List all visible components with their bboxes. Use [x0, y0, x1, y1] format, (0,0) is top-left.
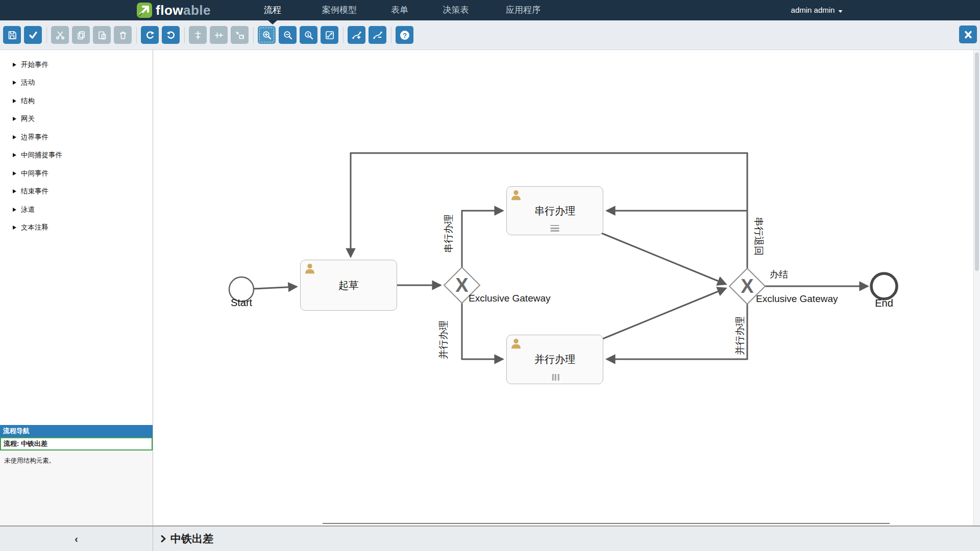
edge-label-parallel-return: 并行办理 — [733, 316, 747, 355]
edge-gateway1-to-parallel[interactable] — [462, 303, 503, 359]
same-size-button[interactable] — [231, 26, 249, 44]
scrollbar-thumb[interactable] — [975, 53, 979, 271]
end-event-label: End — [869, 297, 899, 309]
edge-gateway2-return-to-parallel[interactable] — [607, 304, 747, 359]
task-serial[interactable]: 串行办理 — [506, 186, 603, 235]
undo-button[interactable] — [162, 26, 180, 44]
zoom-actual-button[interactable]: 1 — [300, 26, 317, 44]
toolbar-separator — [184, 27, 185, 43]
align-horizontal-button[interactable] — [210, 26, 228, 44]
palette-group-text-annotation[interactable]: 文本注释 — [0, 219, 153, 237]
palette-group-structural[interactable]: 结构 — [0, 92, 153, 110]
bendpoint-remove-icon — [373, 30, 383, 40]
flowable-logo[interactable]: flowable — [137, 2, 211, 18]
chevron-right-icon — [13, 171, 16, 176]
close-x-icon — [963, 30, 973, 40]
palette-group-swimlanes[interactable]: 泳道 — [0, 201, 153, 219]
palette-sidebar: 开始事件 活动 结构 网关 边界事件 中间捕捉事件 中间事件 结束事件 泳道 文… — [0, 50, 153, 525]
nav-tab-decision-tables[interactable]: 决策表 — [443, 0, 469, 20]
brand-text: flowable — [156, 3, 211, 18]
nav-tab-case-models[interactable]: 案例模型 — [322, 0, 357, 20]
footer-chevron-icon[interactable] — [160, 534, 166, 543]
toolbar-separator — [136, 27, 137, 43]
copy-icon — [76, 30, 86, 40]
palette-group-label: 泳道 — [21, 205, 35, 214]
edge-serial-to-gateway2[interactable] — [600, 233, 726, 284]
zoom-out-button[interactable] — [279, 26, 297, 44]
edge-label-finish: 办结 — [770, 268, 788, 281]
copy-button[interactable] — [72, 26, 90, 44]
palette-group-gateways[interactable]: 网关 — [0, 110, 153, 129]
process-navigator-panel: 流程导航 流程: 中铁出差 未使用结构元素。 — [0, 425, 153, 525]
zoom-fit-button[interactable] — [321, 26, 338, 44]
zoom-in-icon — [262, 30, 272, 40]
delete-button[interactable] — [114, 26, 132, 44]
task-draft[interactable]: 起草 — [300, 260, 397, 311]
palette-group-intermediate-catching-events[interactable]: 中间捕捉事件 — [0, 146, 153, 165]
top-navbar: flowable 流程 案例模型 表单 决策表 应用程序 admin admin — [0, 0, 980, 20]
footer-process-title-area: 中铁出差 — [154, 527, 980, 551]
edge-parallel-to-gateway2[interactable] — [600, 288, 726, 340]
close-editor-button[interactable] — [959, 26, 977, 43]
palette-group-label: 结束事件 — [21, 187, 48, 196]
palette-group-activities[interactable]: 活动 — [0, 74, 153, 92]
remove-bendpoint-button[interactable] — [369, 26, 386, 44]
palette-group-label: 中间事件 — [21, 169, 48, 178]
active-tab-notch — [268, 20, 277, 24]
help-icon: ? — [399, 30, 410, 41]
edge-start-to-draft[interactable] — [254, 287, 297, 289]
save-button[interactable] — [3, 26, 21, 44]
palette-group-label: 活动 — [21, 78, 35, 87]
align-horizontal-icon — [214, 30, 224, 40]
gateway2-x-symbol[interactable]: X — [737, 274, 757, 298]
help-button[interactable]: ? — [396, 26, 413, 44]
navigator-header: 流程导航 — [0, 425, 153, 437]
edge-label-to-serial: 串行办理 — [442, 214, 455, 253]
user-menu[interactable]: admin admin — [791, 0, 843, 20]
brand-flow: flow — [156, 3, 183, 18]
diagram-shapes-layer — [153, 50, 980, 525]
align-vertical-button[interactable] — [189, 26, 207, 44]
add-bendpoint-button[interactable] — [348, 26, 365, 44]
redo-arrow-icon — [145, 30, 155, 40]
palette-group-label: 中间捕捉事件 — [21, 151, 62, 160]
palette-group-start-events[interactable]: 开始事件 — [0, 56, 153, 74]
gateway2-label: Exclusive Gateway — [756, 293, 838, 305]
task-parallel[interactable]: 并行办理 — [506, 335, 603, 384]
cut-button[interactable] — [51, 26, 69, 44]
nav-tab-forms[interactable]: 表单 — [391, 0, 408, 20]
zoom-out-icon — [283, 30, 293, 40]
flowable-logo-icon — [137, 3, 152, 18]
zoom-in-button[interactable] — [258, 26, 276, 44]
navigator-current-process[interactable]: 流程: 中铁出差 — [0, 437, 153, 450]
parallel-multi-instance-icon — [551, 374, 559, 381]
start-event-label: Start — [226, 297, 257, 309]
brand-able: able — [183, 3, 211, 18]
palette-group-boundary-events[interactable]: 边界事件 — [0, 128, 153, 146]
end-event-node[interactable] — [871, 273, 897, 299]
palette-group-label: 结构 — [21, 96, 35, 106]
palette-group-intermediate-events[interactable]: 中间事件 — [0, 164, 153, 183]
toolbar-separator — [391, 27, 391, 43]
validate-button[interactable] — [24, 26, 42, 44]
sequential-multi-instance-icon — [551, 223, 559, 232]
navigator-empty-note: 未使用结构元素。 — [0, 450, 153, 465]
nav-tab-process[interactable]: 流程 — [264, 0, 281, 20]
redo-button[interactable] — [141, 26, 159, 44]
nav-tab-apps[interactable]: 应用程序 — [506, 0, 541, 20]
edge-gateway1-to-serial[interactable] — [462, 211, 503, 267]
diagram-canvas[interactable]: 起草 串行办理 并行办理 X X Start End Exclusive Gat… — [153, 50, 980, 525]
align-vertical-icon — [193, 30, 203, 40]
paste-button[interactable] — [93, 26, 111, 44]
task-label: 起草 — [301, 260, 397, 310]
svg-text:1: 1 — [307, 32, 309, 37]
collapse-sidebar-button[interactable]: ‹ — [75, 534, 78, 544]
toolbar-separator — [253, 27, 254, 43]
chevron-right-icon — [13, 153, 16, 157]
palette-group-end-events[interactable]: 结束事件 — [0, 183, 153, 201]
palette-groups: 开始事件 活动 结构 网关 边界事件 中间捕捉事件 中间事件 结束事件 泳道 文… — [0, 50, 153, 237]
toolbar-separator — [343, 27, 344, 43]
paste-icon — [97, 30, 107, 40]
chevron-right-icon — [13, 208, 16, 212]
trash-icon — [118, 30, 128, 40]
